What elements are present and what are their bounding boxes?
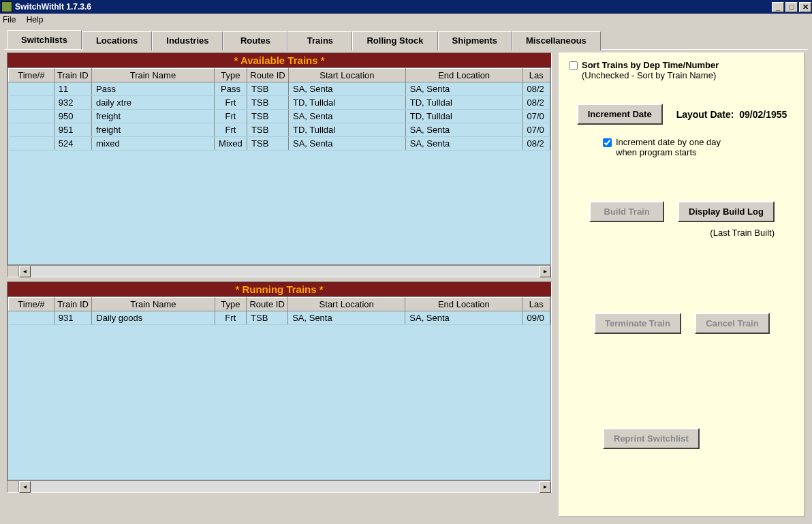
scroll-left-icon[interactable]: ◄ <box>19 266 31 277</box>
available-trains-header: * Available Trains * <box>7 53 551 67</box>
available-col-time[interactable]: Time/# <box>9 69 54 82</box>
tab-miscellaneous[interactable]: Miscellaneous <box>512 31 601 50</box>
sort-sublabel: (Unchecked - Sort by Train Name) <box>582 70 716 80</box>
layout-date-label: Layout Date: 09/02/1955 <box>676 109 787 120</box>
side-panel: Sort Trains by Dep Time/Number (Unchecke… <box>559 52 805 517</box>
running-col-type[interactable]: Type <box>215 298 247 311</box>
running-scrollbar[interactable]: ◄ ► <box>7 480 551 492</box>
terminate-train-button[interactable]: Terminate Train <box>594 313 681 334</box>
available-row[interactable]: 932daily xtreFrtTSBTD, TulldalTD, Tullda… <box>9 96 550 110</box>
available-col-name[interactable]: Train Name <box>92 69 215 82</box>
scroll-right-icon[interactable]: ► <box>540 266 551 277</box>
tab-bar: SwitchlistsLocationsIndustriesRoutesTrai… <box>0 26 812 49</box>
running-col-name[interactable]: Train Name <box>92 298 215 311</box>
menu-help[interactable]: Help <box>27 15 44 25</box>
tab-industries[interactable]: Industries <box>152 31 223 50</box>
build-train-button[interactable]: Build Train <box>589 201 664 222</box>
running-trains-header: * Running Trains * <box>7 282 551 296</box>
running-trains-table[interactable]: Time/#Train IDTrain NameTypeRoute IDStar… <box>8 297 550 325</box>
content-area: * Available Trains * Time/#Train IDTrain… <box>4 49 808 520</box>
available-row[interactable]: 951freightFrtTSBTD, TulldalSA, Senta07/0 <box>9 123 550 137</box>
available-col-trainid[interactable]: Train ID <box>54 69 91 82</box>
available-trains-table[interactable]: Time/#Train IDTrain NameTypeRoute IDStar… <box>8 68 550 151</box>
scroll-left-icon[interactable]: ◄ <box>19 481 31 493</box>
scroll-right-icon[interactable]: ► <box>540 481 551 493</box>
available-col-start[interactable]: Start Location <box>288 69 405 82</box>
running-col-trainid[interactable]: Train ID <box>54 298 91 311</box>
running-col-end[interactable]: End Location <box>405 298 522 311</box>
running-col-route[interactable]: Route ID <box>247 298 288 311</box>
inc-chk-line1: Increment date by one day <box>616 137 721 147</box>
increment-on-start-checkbox[interactable] <box>603 138 612 147</box>
close-button[interactable]: ✕ <box>799 2 811 12</box>
available-row[interactable]: 524mixedMixedTSBSA, SentaSA, Senta08/2 <box>9 137 550 151</box>
tab-shipments[interactable]: Shipments <box>438 31 512 50</box>
tab-trains[interactable]: Trains <box>287 31 352 50</box>
titlebar: SwitchWithIt 1.7.3.6 _ □ ✕ <box>0 0 812 14</box>
cancel-train-button[interactable]: Cancel Train <box>695 313 770 334</box>
available-scrollbar[interactable]: ◄ ► <box>7 265 551 277</box>
running-col-las[interactable]: Las <box>522 298 550 311</box>
minimize-button[interactable]: _ <box>772 2 784 12</box>
tab-rolling-stock[interactable]: Rolling Stock <box>352 31 437 50</box>
menubar: File Help <box>0 14 812 26</box>
display-build-log-button[interactable]: Display Build Log <box>678 201 775 222</box>
sort-checkbox[interactable] <box>569 61 578 70</box>
available-row[interactable]: 950freightFrtTSBSA, SentaTD, Tulldal07/0 <box>9 110 550 123</box>
last-train-built-label: (Last Train Built) <box>710 228 775 238</box>
increment-date-button[interactable]: Increment Date <box>577 104 663 125</box>
running-col-start[interactable]: Start Location <box>288 298 405 311</box>
reprint-switchlist-button[interactable]: Reprint Switchlist <box>603 428 700 449</box>
inc-chk-line2: when program starts <box>616 147 697 157</box>
app-icon <box>1 1 12 12</box>
running-trains-table-wrap: Time/#Train IDTrain NameTypeRoute IDStar… <box>7 296 551 480</box>
tab-locations[interactable]: Locations <box>82 31 152 50</box>
maximize-button[interactable]: □ <box>785 2 798 12</box>
available-col-type[interactable]: Type <box>214 69 247 82</box>
available-col-las[interactable]: Las <box>522 69 550 82</box>
menu-file[interactable]: File <box>3 15 16 25</box>
available-trains-table-wrap: Time/#Train IDTrain NameTypeRoute IDStar… <box>7 67 551 265</box>
running-row[interactable]: 931Daily goodsFrtTSBSA, SentaSA, Senta09… <box>9 311 550 325</box>
available-row[interactable]: 11PassPassTSBSA, SentaSA, Senta08/2 <box>9 82 550 96</box>
available-col-end[interactable]: End Location <box>405 69 522 82</box>
tab-switchlists[interactable]: Switchlists <box>7 30 82 49</box>
available-col-route[interactable]: Route ID <box>247 69 289 82</box>
tab-routes[interactable]: Routes <box>223 31 287 50</box>
running-col-time[interactable]: Time/# <box>9 298 54 311</box>
running-trains-panel: * Running Trains * Time/#Train IDTrain N… <box>7 281 552 493</box>
window-title: SwitchWithIt 1.7.3.6 <box>15 2 91 12</box>
available-trains-panel: * Available Trains * Time/#Train IDTrain… <box>7 52 552 277</box>
sort-label: Sort Trains by Dep Time/Number <box>582 60 719 70</box>
